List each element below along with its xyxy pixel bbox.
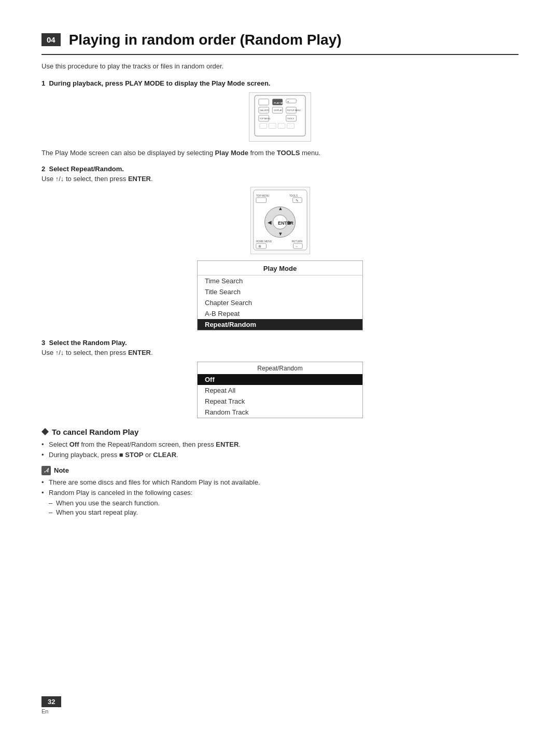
svg-marker-39	[41, 428, 49, 435]
note-item-2: Random Play is canceled in the following…	[41, 489, 519, 497]
svg-text:▲: ▲	[287, 100, 289, 102]
svg-text:←: ←	[295, 244, 299, 248]
svg-text:TOP MENU: TOP MENU	[256, 194, 269, 197]
remote-svg-top: PLAY MODE ▲ GALLERY DISPLAY POPUP MENU T…	[249, 92, 311, 142]
svg-text:TOOLS: TOOLS	[287, 117, 295, 119]
screen-sub-item-off: Off	[198, 374, 362, 385]
step-1-heading: 1 During playback, press PLAY MODE to di…	[41, 79, 519, 87]
svg-rect-18	[278, 123, 285, 128]
svg-text:◀: ◀	[268, 219, 272, 225]
page-footer: 32 En	[41, 696, 61, 714]
screen-sub-item-repeat-track: Repeat Track	[198, 396, 362, 407]
svg-text:DISPLAY: DISPLAY	[274, 109, 283, 112]
svg-text:▶: ▶	[288, 219, 292, 225]
note-section: 𝓐 Note There are some discs and files fo…	[41, 466, 519, 516]
step-2-sub: Use ↑/↓ to select, then press ENTER.	[41, 175, 519, 183]
step-3-heading: 3 Select the Random Play.	[41, 339, 519, 347]
note-sub-item-2: When you start repeat play.	[41, 508, 519, 516]
cancel-heading: To cancel Random Play	[41, 428, 519, 436]
svg-rect-23	[256, 197, 266, 202]
step-3-sub: Use ↑/↓ to select, then press ENTER.	[41, 349, 519, 356]
note-item-1: There are some discs and files for which…	[41, 478, 519, 486]
screen-item-ab-repeat: A-B Repeat	[198, 308, 362, 319]
page-number: 32	[41, 696, 61, 707]
svg-rect-16	[260, 123, 267, 128]
svg-text:PLAY MODE: PLAY MODE	[274, 101, 287, 104]
cancel-section: To cancel Random Play Select Off from th…	[41, 428, 519, 459]
svg-text:✎: ✎	[296, 198, 299, 202]
repeat-random-screen: Repeat/Random Off Repeat All Repeat Trac…	[197, 362, 363, 418]
remote-top-image: PLAY MODE ▲ GALLERY DISPLAY POPUP MENU T…	[41, 92, 519, 142]
svg-text:TOOLS: TOOLS	[289, 194, 298, 197]
svg-text:RETURN: RETURN	[291, 240, 302, 243]
note-icon: 𝓐	[41, 466, 51, 475]
screen-sub-item-random-track: Random Track	[198, 407, 362, 418]
play-mode-title: Play Mode	[198, 261, 362, 276]
step-3: 3 Select the Random Play. Use ↑/↓ to sel…	[41, 339, 519, 418]
intro-text: Use this procedure to play the tracks or…	[41, 62, 519, 70]
cancel-bullet-1: Select Off from the Repeat/Random screen…	[41, 440, 519, 448]
page-lang: En	[41, 708, 48, 714]
svg-rect-1	[259, 99, 269, 105]
chapter-header: 04 Playing in random order (Random Play)	[41, 31, 519, 55]
svg-text:▲: ▲	[278, 205, 283, 211]
screen-item-repeat-random: Repeat/Random	[198, 319, 362, 330]
step-1: 1 During playback, press PLAY MODE to di…	[41, 79, 519, 157]
diamond-icon	[41, 428, 49, 435]
note-heading: 𝓐 Note	[41, 466, 519, 475]
chapter-title: Playing in random order (Random Play)	[69, 31, 342, 49]
screen-item-time-search: Time Search	[198, 276, 362, 286]
svg-text:⊕: ⊕	[258, 244, 261, 248]
svg-text:HOME MENU: HOME MENU	[256, 240, 272, 243]
step-2: 2 Select Repeat/Random. Use ↑/↓ to selec…	[41, 165, 519, 330]
svg-rect-19	[287, 123, 295, 128]
svg-text:GALLERY: GALLERY	[260, 109, 269, 112]
step-2-heading: 2 Select Repeat/Random.	[41, 165, 519, 173]
svg-rect-17	[269, 123, 276, 128]
screen-item-chapter-search: Chapter Search	[198, 297, 362, 308]
cancel-bullet-2: During playback, press ■ STOP or CLEAR.	[41, 451, 519, 459]
chapter-number: 04	[41, 33, 61, 46]
play-mode-screen: Play Mode Time Search Title Search Chapt…	[197, 260, 363, 330]
nav-remote-image: TOP MENU TOOLS ✎ ENTER ▲ ▼ ◀ ▶ HOME MENU…	[41, 187, 519, 254]
screen-sub-item-repeat-all: Repeat All	[198, 385, 362, 396]
repeat-random-title: Repeat/Random	[198, 362, 362, 374]
svg-text:POPUP MENU: POPUP MENU	[287, 109, 301, 112]
svg-text:TOP MENU: TOP MENU	[260, 117, 271, 119]
svg-text:▼: ▼	[278, 231, 283, 237]
step-1-note: The Play Mode screen can also be display…	[41, 149, 519, 157]
nav-remote-svg: TOP MENU TOOLS ✎ ENTER ▲ ▼ ◀ ▶ HOME MENU…	[250, 187, 310, 254]
screen-item-title-search: Title Search	[198, 286, 362, 297]
note-sub-item-1: When you use the search function.	[41, 499, 519, 507]
